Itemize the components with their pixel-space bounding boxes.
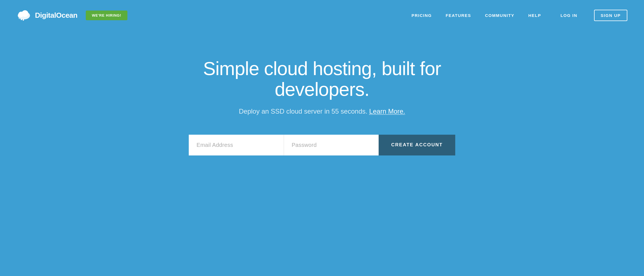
svg-point-4 bbox=[21, 19, 22, 20]
svg-point-2 bbox=[22, 10, 28, 17]
password-input[interactable] bbox=[284, 135, 379, 155]
svg-point-5 bbox=[23, 19, 24, 21]
create-account-button[interactable]: CREATE ACCOUNT bbox=[379, 135, 455, 155]
hiring-badge[interactable]: WE'RE HIRING! bbox=[86, 11, 127, 20]
nav-link-community[interactable]: COMMUNITY bbox=[485, 13, 514, 18]
signup-link[interactable]: SIGN UP bbox=[594, 10, 627, 21]
signup-form: CREATE ACCOUNT bbox=[189, 135, 455, 155]
page-wrapper: DigitalOcean WE'RE HIRING! PRICING FEATU… bbox=[0, 0, 644, 276]
learn-more-link[interactable]: Learn More. bbox=[369, 108, 405, 115]
hero-subtitle: Deploy an SSD cloud server in 55 seconds… bbox=[239, 108, 405, 115]
email-input[interactable] bbox=[189, 135, 284, 155]
login-link[interactable]: LOG IN bbox=[560, 13, 577, 18]
nav-link-features[interactable]: FEATURES bbox=[446, 13, 471, 18]
logo-area: DigitalOcean bbox=[17, 9, 77, 21]
nav-links: PRICING FEATURES COMMUNITY HELP LOG IN S… bbox=[411, 10, 627, 21]
svg-point-6 bbox=[19, 18, 20, 19]
hero-title: Simple cloud hosting, built for develope… bbox=[155, 58, 489, 100]
digitalocean-logo-icon bbox=[17, 9, 31, 21]
nav-link-pricing[interactable]: PRICING bbox=[411, 13, 432, 18]
hero-section: Simple cloud hosting, built for develope… bbox=[0, 30, 644, 178]
brand-name: DigitalOcean bbox=[35, 11, 77, 20]
navbar: DigitalOcean WE'RE HIRING! PRICING FEATU… bbox=[0, 0, 644, 30]
hero-subtitle-text: Deploy an SSD cloud server in 55 seconds… bbox=[239, 108, 368, 115]
nav-link-help[interactable]: HELP bbox=[528, 13, 541, 18]
